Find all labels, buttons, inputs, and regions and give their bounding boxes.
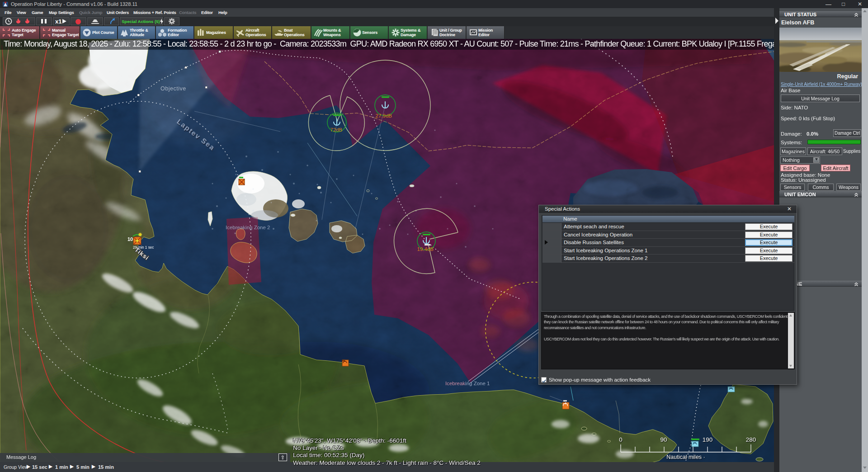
svg-text:90: 90: [660, 436, 667, 443]
svg-text:Nautical miles ·: Nautical miles ·: [666, 454, 705, 460]
svg-text:72dB: 72dB: [330, 127, 343, 132]
svg-text:29 min 1 sec: 29 min 1 sec: [133, 245, 154, 250]
svg-text:Objective: Objective: [160, 85, 186, 92]
svg-text:19.4dB: 19.4dB: [417, 246, 434, 252]
svg-text:Icebreaking Zone 2: Icebreaking Zone 2: [226, 225, 270, 230]
svg-text:0: 0: [619, 436, 623, 443]
svg-text:Icebreaking Zone 1: Icebreaking Zone 1: [445, 381, 490, 386]
svg-text:190: 190: [703, 436, 713, 443]
svg-text:27.9dB: 27.9dB: [376, 113, 392, 118]
svg-text:280: 280: [746, 436, 756, 443]
svg-text:10: 10: [127, 236, 133, 242]
